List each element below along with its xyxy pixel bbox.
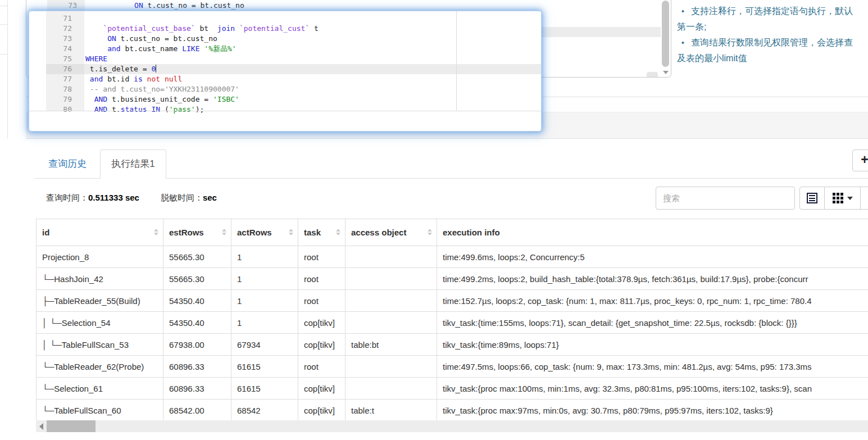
line-number: 71 [46,13,72,24]
sort-arrows-icon[interactable] [154,229,158,235]
table-row[interactable]: ├─TableReader_55(Build)54350.401roottime… [37,290,868,312]
table-cell: 55665.30 [163,246,231,268]
column-label: execution info [443,228,500,237]
table-cell: time:497.5ms, loops:66, cop_task: {num: … [437,356,868,378]
code-line-73[interactable]: 73 ON t.cust_no = bt.cust_no [29,34,541,44]
line-number: 73 [46,34,72,44]
code-text: ON t.cust_no = bt.cust_no [86,1,660,11]
popup-vertical-divider [456,11,457,111]
table-cell: 1 [231,312,298,334]
code-line-76[interactable]: 76 t.is_delete = 0 [29,64,541,74]
code-text: -- and t.cust_no='YXKH23110900007' [85,84,456,94]
column-header-execution-info[interactable]: execution info [437,219,868,246]
table-cell: 54350.40 [163,290,231,312]
help-notes-panel: •支持注释行，可选择指定语句执行，默认第一条;•查询结果行数限制见权限管理，会选… [677,3,868,66]
table-header-row: idestRowsactRowstaskaccess objectexecuti… [37,219,868,246]
table-cell: 54350.40 [163,312,231,334]
table-cell: 68542.00 [163,400,231,421]
table-cell: 1 [231,268,298,290]
line-number: 78 [46,84,72,94]
code-line-75[interactable]: 75WHERE [29,54,541,64]
table-cell: cop[tikv] [298,334,346,356]
grid-view-icon [833,193,843,203]
code-line-77[interactable]: 77 and bt.id is not null [29,74,541,84]
scroll-down-button[interactable] [662,68,669,77]
query-time-value: 0.511333 sec [88,193,139,202]
list-view-icon [807,193,817,203]
table-row[interactable]: │ └─Selection_5454350.401cop[tikv]tikv_t… [37,312,868,334]
line-number: 80 [46,105,72,115]
horizontal-scrollbar[interactable] [36,420,868,432]
rail-separator [0,6,7,6]
view-button-group [799,187,868,210]
table-cell: root [298,246,346,268]
table-cell: └─TableFullScan_60 [37,400,163,421]
code-line-79[interactable]: 79 AND t.business_unit_code = 'ISBC' [29,94,541,105]
sort-arrows-icon[interactable] [336,229,340,235]
table-row[interactable]: └─HashJoin_4255665.301roottime:499.2ms, … [37,268,868,290]
table-cell: tikv_task:{proc max:97ms, min:0s, avg: 3… [437,400,868,421]
code-line-72[interactable]: 72 `potential_cust_base` bt join `potent… [29,24,541,34]
arrow-down-icon [663,71,669,74]
table-cell: tikv_task:{time:89ms, loops:71} [437,334,868,356]
table-cell: 68542 [231,400,298,421]
table-cell: tikv_task:{time:155ms, loops:71}, scan_d… [437,312,868,334]
table-row[interactable]: └─TableFullScan_6068542.0068542cop[tikv]… [37,400,868,421]
code-text: AND t.status IN ('pass'); [85,105,456,115]
scrollbar-corner [647,72,658,77]
code-line-80[interactable]: 80 AND t.status IN ('pass'); [29,105,541,115]
table-cell: cop[tikv] [298,312,346,334]
table-cell: root [298,290,346,312]
search-input[interactable] [656,187,795,210]
line-number: 73 [47,1,77,11]
table-cell: │ └─TableFullScan_53 [37,334,163,356]
code-text: and bt.cust_name LIKE '%新晶%' [85,44,456,54]
code-line-78[interactable]: 78 -- and t.cust_no='YXKH23110900007' [29,84,541,94]
table-cell: │ └─Selection_54 [37,312,163,334]
tab-query-history[interactable]: 查询历史 [42,150,93,178]
table-cell [346,312,437,334]
table-cell: tikv_task:{proc max:100ms, min:1ms, avg:… [437,378,868,400]
table-cell: 60896.33 [163,378,231,400]
editor-vertical-scrollbar[interactable] [662,0,669,77]
column-label: actRows [237,228,272,237]
code-text: AND t.business_unit_code = 'ISBC' [85,94,456,105]
help-note: •查询结果行数限制见权限管理，会选择查及表的最小limit值 [677,35,868,66]
scroll-left-button[interactable] [36,420,47,432]
sort-arrows-icon[interactable] [222,229,226,235]
column-label: task [304,228,321,237]
column-header-estRows[interactable]: estRows [163,219,231,246]
column-select-button[interactable] [825,187,861,210]
query-time-label: 查询时间： [46,193,88,202]
caret-down-icon [847,197,853,200]
code-line-73[interactable]: 73 ON t.cust_no = bt.cust_no [26,1,671,11]
execution-plan-table: idestRowsactRowstaskaccess objectexecuti… [36,219,868,421]
table-cell [346,290,437,312]
table-cell: 1 [231,246,298,268]
code-text: WHERE [85,54,456,64]
column-header-task[interactable]: task [298,219,346,246]
column-header-access-object[interactable]: access object [346,219,437,246]
table-row[interactable]: Projection_855665.301roottime:499.6ms, l… [37,246,868,268]
line-number: 72 [46,24,72,34]
add-tab-button[interactable]: + [852,149,868,171]
column-header-actRows[interactable]: actRows [231,219,298,246]
table-row[interactable]: └─TableReader_62(Probe)60896.3361615root… [37,356,868,378]
scrollbar-thumb[interactable] [47,420,96,432]
scrollbar-thumb[interactable] [662,1,669,67]
list-view-button[interactable] [799,187,825,210]
table-row[interactable]: │ └─TableFullScan_5367938.0067934cop[tik… [37,334,868,356]
tab-execution-result[interactable]: 执行结果1 [100,149,166,179]
column-header-id[interactable]: id [37,219,163,246]
table-row[interactable]: └─Selection_6160896.3361615cop[tikv]tikv… [37,378,868,400]
sort-arrows-icon[interactable] [289,229,293,235]
table-cell: table:bt [346,334,437,356]
query-stats: 查询时间：0.511333 sec脱敏时间：sec [46,193,217,203]
sort-arrows-icon[interactable] [428,229,432,235]
table-cell: 55665.30 [163,268,231,290]
line-number: 76 [46,64,72,74]
extra-view-button[interactable] [861,187,868,210]
editor-zoom-popup[interactable]: 7172 `potential_cust_base` bt join `pote… [29,11,541,131]
code-line-74[interactable]: 74 and bt.cust_name LIKE '%新晶%' [29,44,541,54]
code-line-71[interactable]: 71 [29,13,541,24]
